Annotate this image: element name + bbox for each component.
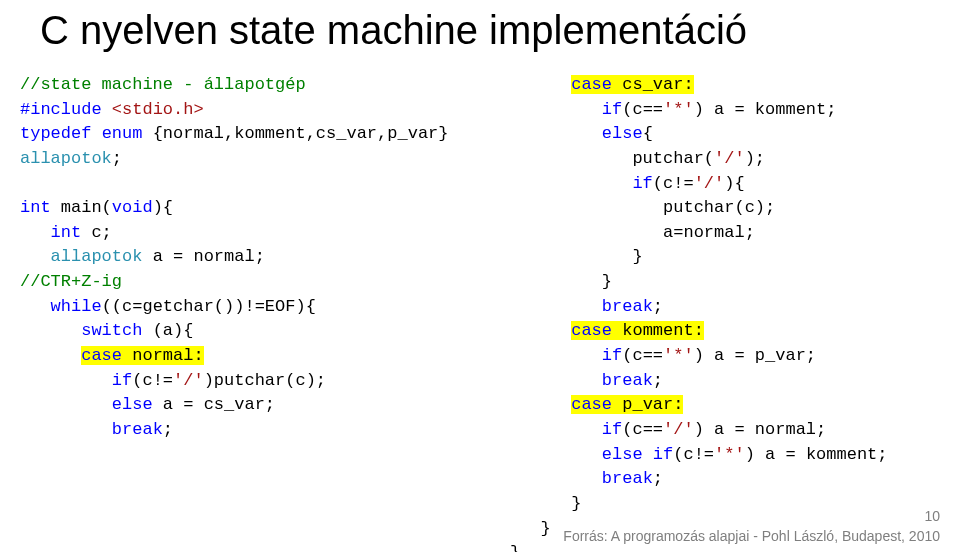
code-text: ){ <box>153 198 173 217</box>
code-text: '*' <box>663 100 694 119</box>
code-text <box>20 346 81 365</box>
code-text: { <box>643 124 653 143</box>
code-text <box>20 297 51 316</box>
code-text <box>510 100 602 119</box>
code-text: ) a = komment; <box>694 100 837 119</box>
code-text: void <box>112 198 153 217</box>
code-text: '*' <box>663 346 694 365</box>
code-text <box>510 321 571 340</box>
code-text: )putchar(c); <box>204 371 326 390</box>
code-text: ; <box>653 469 663 488</box>
code-text: case <box>81 346 122 365</box>
code-text: ; <box>112 149 122 168</box>
code-text: } <box>510 494 581 513</box>
code-text: allapotok <box>20 149 112 168</box>
code-text: case <box>571 75 612 94</box>
code-text: ; <box>163 420 173 439</box>
code-text: p_var: <box>612 395 683 414</box>
code-text <box>102 100 112 119</box>
code-columns: //state machine - állapotgép #include <s… <box>0 63 960 552</box>
code-text: (c!= <box>673 445 714 464</box>
code-text: a=normal; <box>510 223 755 242</box>
code-text: c; <box>81 223 112 242</box>
code-line: //state machine - állapotgép <box>20 75 306 94</box>
code-text: ; <box>653 371 663 390</box>
code-text: (c== <box>622 346 663 365</box>
code-text: '*' <box>714 445 745 464</box>
code-text: (c== <box>622 420 663 439</box>
code-right-column: case cs_var: if(c=='*') a = komment; els… <box>490 73 940 552</box>
code-text: <stdio.h> <box>112 100 204 119</box>
code-text: int <box>20 198 51 217</box>
code-text: (a){ <box>142 321 193 340</box>
code-text: '/' <box>714 149 745 168</box>
code-text: (c!= <box>653 174 694 193</box>
code-text: {normal,komment,cs_var,p_var} <box>142 124 448 143</box>
code-text: break <box>602 469 653 488</box>
code-text: (c== <box>622 100 663 119</box>
code-text: ; <box>653 297 663 316</box>
code-text: } <box>510 519 551 538</box>
code-text: enum <box>102 124 143 143</box>
page-number: 10 <box>924 508 940 524</box>
code-text <box>510 75 571 94</box>
code-text <box>20 223 51 242</box>
code-text: if <box>602 346 622 365</box>
code-text: allapotok <box>51 247 143 266</box>
code-line: #include <box>20 100 102 119</box>
code-text: switch <box>81 321 142 340</box>
page-title: C nyelven state machine implementáció <box>0 0 960 63</box>
code-text: break <box>112 420 163 439</box>
code-text: a = normal; <box>142 247 264 266</box>
code-text <box>510 297 602 316</box>
code-text <box>510 371 602 390</box>
code-text: while <box>51 297 102 316</box>
code-text <box>91 124 101 143</box>
code-text <box>510 420 602 439</box>
code-text: int <box>51 223 82 242</box>
code-text: komment: <box>612 321 704 340</box>
code-text <box>643 445 653 464</box>
code-text <box>510 469 602 488</box>
footer-source: Forrás: A programozás alapjai - Pohl Lás… <box>563 528 940 544</box>
code-text: (c!= <box>132 371 173 390</box>
code-text: if <box>653 445 673 464</box>
code-text: '/' <box>663 420 694 439</box>
code-text: case <box>571 321 612 340</box>
code-text: if <box>602 100 622 119</box>
code-text: '/' <box>694 174 725 193</box>
code-text: break <box>602 297 653 316</box>
code-text: ((c=getchar())!=EOF){ <box>102 297 316 316</box>
code-text: '/' <box>173 371 204 390</box>
code-line: //CTR+Z-ig <box>20 272 122 291</box>
code-text: typedef <box>20 124 91 143</box>
code-text: normal: <box>122 346 204 365</box>
code-text: } <box>510 272 612 291</box>
code-text: else <box>602 445 643 464</box>
code-text <box>510 346 602 365</box>
code-text: case <box>571 395 612 414</box>
code-text: if <box>602 420 622 439</box>
code-text: if <box>632 174 652 193</box>
code-text: } <box>510 247 643 266</box>
code-text: putchar(c); <box>510 198 775 217</box>
code-text: else <box>112 395 153 414</box>
code-text: main( <box>51 198 112 217</box>
code-text <box>510 124 602 143</box>
code-text: ) a = komment; <box>745 445 888 464</box>
code-text: a = cs_var; <box>153 395 275 414</box>
code-text: break <box>602 371 653 390</box>
code-text: } <box>510 543 520 552</box>
code-text: else <box>602 124 643 143</box>
code-text <box>20 420 112 439</box>
code-text: cs_var: <box>612 75 694 94</box>
code-left-column: //state machine - állapotgép #include <s… <box>20 73 490 552</box>
code-text <box>20 395 112 414</box>
code-text <box>510 395 571 414</box>
code-text <box>20 247 51 266</box>
code-text: ) a = normal; <box>694 420 827 439</box>
code-text: if <box>112 371 132 390</box>
code-text <box>20 321 81 340</box>
code-text: ) a = p_var; <box>694 346 816 365</box>
code-text <box>510 445 602 464</box>
